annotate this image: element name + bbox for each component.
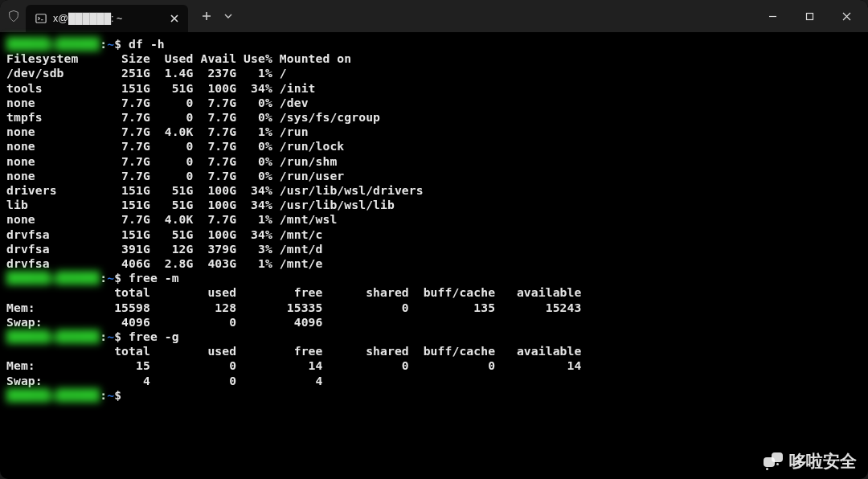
svg-rect-1 bbox=[806, 13, 813, 19]
terminal-body[interactable]: ██████@██████:~$ df -h Filesystem Size U… bbox=[0, 32, 868, 409]
terminal-window: x@██████: ~ ██████@██████:~$ df -h Files… bbox=[0, 0, 868, 479]
titlebar[interactable]: x@██████: ~ bbox=[0, 0, 868, 32]
tab-active[interactable]: x@██████: ~ bbox=[26, 5, 188, 32]
terminal-icon bbox=[35, 13, 47, 24]
new-tab-button[interactable] bbox=[194, 4, 219, 28]
wechat-icon bbox=[764, 452, 784, 470]
maximize-button[interactable] bbox=[791, 0, 828, 32]
close-button[interactable] bbox=[828, 0, 865, 32]
terminal-output: ██████@██████:~$ df -h Filesystem Size U… bbox=[6, 37, 862, 403]
svg-rect-0 bbox=[36, 14, 46, 23]
minimize-button[interactable] bbox=[754, 0, 791, 32]
shield-icon bbox=[6, 9, 21, 23]
window-controls bbox=[754, 0, 865, 32]
tab-dropdown-button[interactable] bbox=[219, 4, 238, 28]
tab-title: x@██████: ~ bbox=[53, 13, 122, 24]
tab-close-button[interactable] bbox=[169, 13, 180, 24]
watermark: 哆啦安全 bbox=[764, 450, 857, 473]
watermark-text: 哆啦安全 bbox=[789, 450, 857, 473]
